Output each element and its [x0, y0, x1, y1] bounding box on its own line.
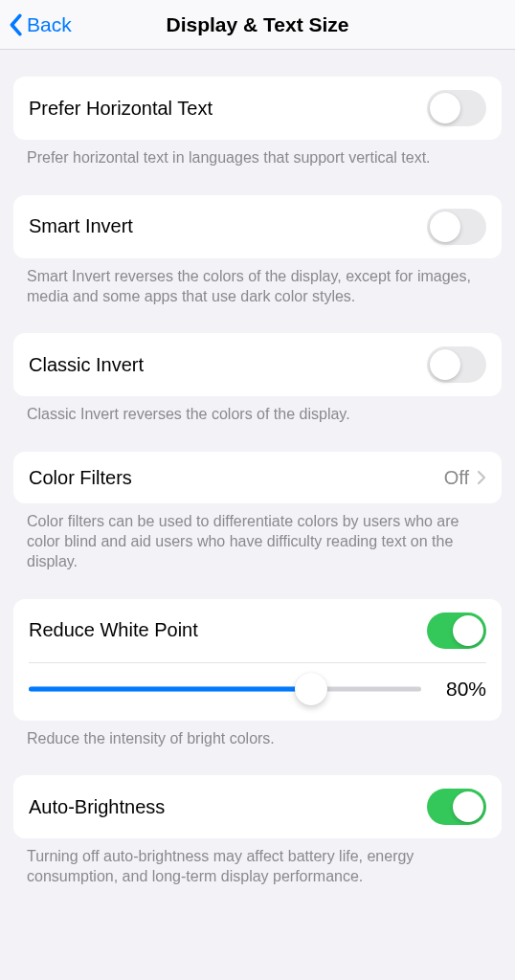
- toggle-knob: [453, 615, 483, 646]
- reduce-white-point-slider[interactable]: [29, 673, 421, 705]
- cell-reduce-white-point[interactable]: Reduce White Point: [13, 599, 502, 662]
- cell-classic-invert[interactable]: Classic Invert: [13, 333, 502, 396]
- auto-brightness-toggle[interactable]: [427, 789, 486, 825]
- classic-invert-footer: Classic Invert reverses the colors of th…: [0, 396, 515, 425]
- cell-prefer-horizontal[interactable]: Prefer Horizontal Text: [13, 77, 502, 140]
- toggle-knob: [430, 93, 460, 123]
- section-auto-brightness: Auto-Brightness Turning off auto-brightn…: [0, 775, 515, 887]
- page-title: Display & Text Size: [0, 13, 515, 36]
- section-color-filters: Color Filters Off Color filters can be u…: [0, 452, 515, 571]
- back-button[interactable]: Back: [8, 13, 72, 36]
- section-smart-invert: Smart Invert Smart Invert reverses the c…: [0, 195, 515, 307]
- classic-invert-label: Classic Invert: [29, 354, 144, 376]
- color-filters-footer: Color filters can be used to differentia…: [0, 503, 515, 571]
- smart-invert-toggle[interactable]: [427, 209, 486, 245]
- slider-thumb[interactable]: [295, 673, 327, 705]
- nav-bar: Back Display & Text Size: [0, 0, 515, 50]
- toggle-knob: [430, 212, 460, 242]
- prefer-horizontal-label: Prefer Horizontal Text: [29, 98, 213, 120]
- toggle-knob: [430, 349, 460, 380]
- reduce-white-point-toggle[interactable]: [427, 612, 486, 649]
- reduce-white-point-label: Reduce White Point: [29, 619, 198, 641]
- color-filters-label: Color Filters: [29, 467, 132, 489]
- classic-invert-toggle[interactable]: [427, 346, 486, 383]
- back-label: Back: [27, 13, 72, 36]
- section-classic-invert: Classic Invert Classic Invert reverses t…: [0, 333, 515, 425]
- reduce-white-point-slider-row: 80%: [13, 663, 502, 721]
- prefer-horizontal-footer: Prefer horizontal text in languages that…: [0, 140, 515, 168]
- cell-auto-brightness[interactable]: Auto-Brightness: [13, 775, 502, 838]
- section-reduce-white-point: Reduce White Point 80% Reduce the intens…: [0, 599, 515, 749]
- reduce-white-point-footer: Reduce the intensity of bright colors.: [0, 721, 515, 749]
- smart-invert-label: Smart Invert: [29, 215, 133, 237]
- auto-brightness-footer: Turning off auto-brightness may affect b…: [0, 838, 515, 887]
- color-filters-value: Off: [444, 467, 469, 489]
- smart-invert-footer: Smart Invert reverses the colors of the …: [0, 258, 515, 307]
- cell-color-filters[interactable]: Color Filters Off: [13, 452, 502, 503]
- slider-track-fill: [29, 686, 311, 691]
- chevron-left-icon: [8, 13, 23, 36]
- section-prefer-horizontal: Prefer Horizontal Text Prefer horizontal…: [0, 77, 515, 168]
- reduce-white-point-percent: 80%: [437, 678, 486, 701]
- prefer-horizontal-toggle[interactable]: [427, 90, 486, 126]
- chevron-right-icon: [477, 470, 486, 485]
- toggle-knob: [453, 791, 483, 822]
- cell-smart-invert[interactable]: Smart Invert: [13, 195, 502, 258]
- auto-brightness-label: Auto-Brightness: [29, 796, 165, 818]
